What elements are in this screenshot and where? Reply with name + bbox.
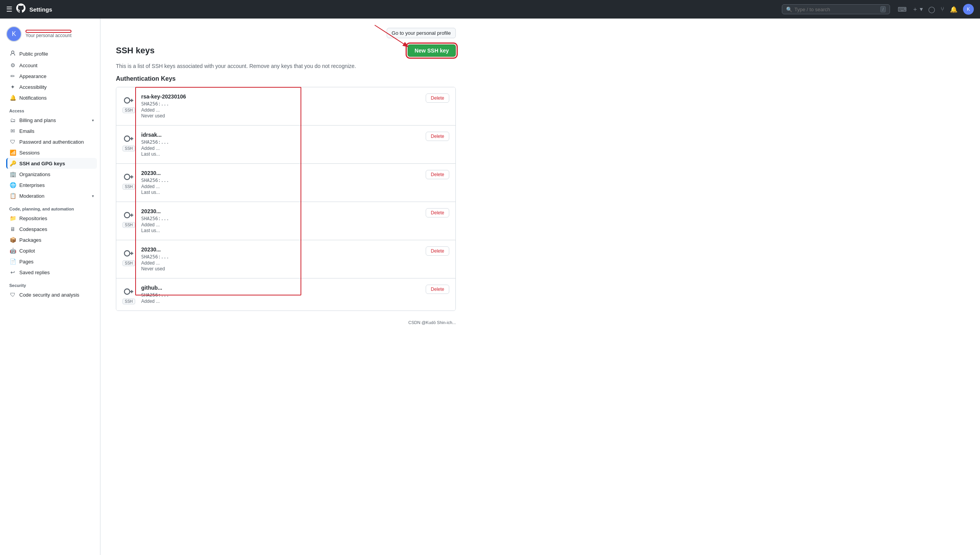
ssh-key-icon-wrapper: SSH [122,285,135,304]
sidebar-item-moderation[interactable]: 📋 Moderation ▾ [6,190,97,201]
user-icon [9,50,16,58]
delete-key-button[interactable]: Delete [426,246,449,256]
ssh-key-item: SSH idrsak... SHA256:... Added ... Last … [116,126,455,164]
delete-key-button[interactable]: Delete [426,170,449,179]
shield-icon: 🛡 [9,139,16,145]
sidebar-item-ssh-gpg[interactable]: 🔑 SSH and GPG keys [6,158,97,169]
ssh-key-list: SSH rsa-key-20230106 SHA256:... Added ..… [116,87,456,311]
sidebar-item-organizations[interactable]: 🏢 Organizations [6,169,97,180]
ssh-key-actions: Delete [426,170,449,179]
globe-icon: 🌐 [9,182,16,188]
sidebar-item-label: Enterprises [19,182,45,188]
sidebar-item-label: Moderation [19,193,44,199]
sidebar-item-code-security[interactable]: 🛡 Code security and analysis [6,289,97,300]
ssh-key-name: 20230... [141,208,426,214]
ssh-badge: SSH [122,184,135,190]
sidebar-item-repositories[interactable]: 📁 Repositories [6,213,97,224]
ssh-last-used: Never used [141,113,426,119]
ssh-added: Added ... [141,184,426,189]
ssh-key-details: 20230... SHA256:... Added ... Last us... [141,208,426,234]
topnav-title: Settings [29,6,52,13]
ssh-key-icon-wrapper: SSH [122,246,135,266]
sidebar-item-enterprises[interactable]: 🌐 Enterprises [6,180,97,190]
ssh-fingerprint: SHA256:... [141,254,426,260]
svg-point-6 [124,289,130,294]
sidebar-access-section: Access [9,109,100,113]
sidebar-security-section: Security [9,283,100,288]
sidebar-item-appearance[interactable]: ✏ Appearance [6,71,97,81]
page-header: SSH keys New SSH key [116,44,456,57]
repo-icon: 📁 [9,215,16,221]
sidebar-item-codespaces[interactable]: 🖥 Codespaces [6,224,97,234]
sidebar: K Your personal account Public profile ⚙… [0,19,100,555]
sidebar-username [25,30,71,33]
ssh-key-details: 20230... SHA256:... Added ... Never used [141,246,426,272]
sidebar-item-public-profile[interactable]: Public profile [6,48,97,60]
sidebar-item-saved-replies[interactable]: ↩ Saved replies [6,267,97,278]
topnav-search[interactable]: 🔍 / [782,4,890,14]
svg-point-4 [124,212,130,218]
svg-point-2 [124,136,130,141]
plus-icon[interactable]: ＋ ▾ [912,5,923,14]
sidebar-item-billing[interactable]: 🗂 Billing and plans ▾ [6,115,97,126]
chevron-down-icon: ▾ [92,118,94,122]
sidebar-item-label: Repositories [19,216,47,221]
sidebar-subtitle: Your personal account [25,33,71,38]
accessibility-icon: ✦ [9,84,16,90]
codespaces-icon: 🖥 [9,226,16,232]
sidebar-item-account[interactable]: ⚙ Account [6,60,97,71]
ssh-key-name: 20230... [141,170,426,176]
copilot-icon: 🤖 [9,248,16,254]
chevron-down-icon: ▾ [92,194,94,198]
ssh-badge: SSH [122,299,135,304]
sidebar-item-label: Accessibility [19,84,47,90]
sidebar-item-label: Code security and analysis [19,292,79,298]
ssh-key-item: SSH 20230... SHA256:... Added ... Never … [116,240,455,278]
ssh-key-icon-wrapper: SSH [122,132,135,151]
delete-key-button[interactable]: Delete [426,132,449,141]
sidebar-item-label: Password and authentication [19,139,84,145]
pages-icon: 📄 [9,258,16,265]
gear-icon: ⚙ [9,62,16,68]
billing-icon: 🗂 [9,117,16,123]
page-description: This is a list of SSH keys associated wi… [116,63,456,69]
mail-icon: ✉ [9,128,16,134]
ssh-key-item: SSH rsa-key-20230106 SHA256:... Added ..… [116,87,455,126]
sidebar-item-password[interactable]: 🛡 Password and authentication [6,136,97,147]
sidebar-item-label: Appearance [19,73,46,79]
sidebar-avatar: K [6,26,22,42]
sidebar-item-sessions[interactable]: 📶 Sessions [6,147,97,158]
search-input[interactable] [795,7,878,12]
ssh-key-name: 20230... [141,246,426,253]
avatar[interactable]: K [963,4,974,15]
sidebar-item-packages[interactable]: 📦 Packages [6,234,97,245]
sidebar-item-accessibility[interactable]: ✦ Accessibility [6,81,97,92]
ssh-key-details: idrsak... SHA256:... Added ... Last us..… [141,132,426,157]
ssh-key-actions: Delete [426,285,449,294]
ssh-added: Added ... [141,260,426,266]
sidebar-item-label: Packages [19,237,41,243]
ssh-last-used: Last us... [141,228,426,233]
terminal-icon[interactable]: ⌨ [898,6,907,13]
sidebar-item-emails[interactable]: ✉ Emails [6,126,97,136]
sidebar-item-notifications[interactable]: 🔔 Notifications [6,92,97,103]
delete-key-button[interactable]: Delete [426,93,449,103]
delete-key-button[interactable]: Delete [426,285,449,294]
sidebar-item-copilot[interactable]: 🤖 Copilot [6,245,97,256]
sidebar-item-label: Copilot [19,248,35,254]
delete-key-button[interactable]: Delete [426,208,449,217]
inbox-icon[interactable]: 🔔 [950,6,958,13]
profile-row: Go to your personal profile [116,28,456,38]
github-logo [16,3,25,15]
hamburger-icon[interactable]: ☰ [6,5,12,14]
paintbrush-icon: ✏ [9,73,16,79]
new-ssh-key-button[interactable]: New SSH key [408,44,456,57]
broadcast-icon: 📶 [9,149,16,156]
sidebar-item-pages[interactable]: 📄 Pages [6,256,97,267]
pullrequest-icon[interactable]: ⑂ [941,6,944,13]
sidebar-item-label: Pages [19,259,34,265]
go-to-profile-button[interactable]: Go to your personal profile [387,28,456,38]
topnav-left: ☰ Settings [6,3,52,15]
issues-icon[interactable]: ◯ [928,6,935,13]
bell-icon: 🔔 [9,95,16,101]
